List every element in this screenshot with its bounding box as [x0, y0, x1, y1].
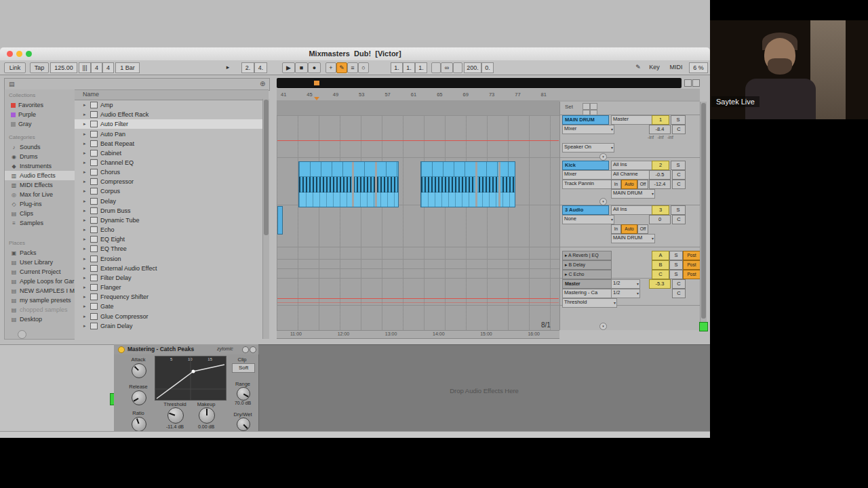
track2-monitor-in-button[interactable]: In [611, 180, 621, 189]
groove-amount-field[interactable]: ||| [79, 62, 91, 73]
device-list-item[interactable]: ▸ Frequency Shifter [75, 292, 269, 302]
track2-mixer-chooser[interactable]: Mixer [562, 170, 614, 180]
track2-panning-chooser[interactable]: Track Pannin [562, 180, 614, 189]
arrangement-scrollbar-thumb[interactable] [701, 103, 706, 319]
device-save-icon[interactable] [250, 346, 256, 353]
arrangement-overview[interactable] [277, 78, 682, 88]
release-knob[interactable] [132, 390, 146, 405]
sidebar-category-item[interactable]: ≡ Samples [5, 218, 75, 228]
automation-line[interactable] [277, 302, 559, 303]
time-signature-denominator[interactable]: 4 [102, 62, 114, 73]
expand-arrow-icon[interactable]: ▸ [83, 179, 87, 184]
browser-scrollbar-thumb[interactable] [264, 100, 269, 235]
time-ruler-bottom[interactable]: 11:0012:0013:0014:0015:0016:00 [277, 330, 559, 339]
expand-arrow-icon[interactable]: ▸ [83, 266, 87, 271]
device-list-item[interactable]: ▸ Glue Compressor [75, 311, 269, 321]
browser-options-icon[interactable]: ⊕ [260, 80, 265, 87]
arrangement-scrollbar[interactable] [700, 102, 707, 330]
expand-arrow-icon[interactable]: ▸ [83, 227, 87, 232]
device-list-item[interactable]: ▸ Flanger [75, 283, 269, 292]
device-list-item[interactable]: ▸ Grain Delay [75, 321, 269, 331]
sidebar-place-item[interactable]: ▤ chopped samples [5, 305, 75, 314]
master-cue-chooser[interactable]: 1/2 [611, 289, 640, 298]
device-hot-swap-icon[interactable] [242, 346, 249, 353]
expand-arrow-icon[interactable]: ▸ [83, 141, 87, 146]
track-header-3-audio[interactable]: 3 Audio [562, 205, 609, 215]
track-header-kick[interactable]: Kick [562, 161, 609, 170]
device-list-item[interactable]: ▸ Cabinet [75, 148, 269, 158]
device-list-item[interactable]: ▸ EQ Eight [75, 235, 269, 244]
audio-clip-group[interactable] [420, 161, 515, 207]
master-cue-pan-field[interactable]: C [672, 289, 686, 298]
clip-lane-top[interactable] [299, 162, 398, 177]
sidebar-category-item[interactable]: ▥ Audio Effects [5, 171, 75, 180]
threshold-knob[interactable] [167, 407, 184, 424]
device-on-button[interactable] [118, 346, 125, 353]
return-solo-button[interactable]: S [669, 260, 683, 270]
expand-arrow-icon[interactable]: ▸ [83, 237, 87, 242]
track2-output-routing[interactable]: MAIN DRUM [611, 189, 655, 199]
overview-playhead-marker[interactable] [314, 81, 319, 85]
minimize-window-button[interactable] [16, 51, 22, 57]
return-solo-button[interactable]: S [669, 270, 683, 279]
track1-volume-field[interactable]: -8.4 [649, 125, 671, 134]
device-list-item[interactable]: ▸ Beat Repeat [75, 139, 269, 148]
return-post-button[interactable]: Post [683, 270, 701, 279]
ratio-knob[interactable] [132, 417, 146, 432]
master-fold-button[interactable]: ▾ [599, 323, 607, 330]
midi-map-button[interactable]: MIDI [666, 62, 686, 72]
makeup-value[interactable]: 0.00 dB [191, 424, 221, 429]
browser-name-column-header[interactable]: Name [75, 90, 269, 100]
expand-arrow-icon[interactable]: ▸ [83, 199, 87, 204]
close-window-button[interactable] [7, 51, 13, 57]
device-list-item[interactable]: ▸ Corpus [75, 186, 269, 196]
return-post-button[interactable]: Post [683, 260, 701, 270]
expand-arrow-icon[interactable]: ▸ [83, 256, 87, 262]
track1-output-routing[interactable]: Master [611, 115, 655, 125]
device-list-item[interactable]: ▸ Compressor [75, 177, 269, 186]
collection-item[interactable]: Purple [5, 110, 75, 119]
track3-activator[interactable]: 3 [652, 205, 669, 215]
track3-monitor-in-button[interactable]: In [611, 224, 621, 234]
quantize-menu[interactable]: 1 Bar [115, 62, 140, 73]
sidebar-category-item[interactable]: ♪ Sounds [5, 142, 75, 152]
automation-line[interactable] [277, 298, 559, 299]
master-device-param-chooser[interactable]: Threshold [562, 298, 617, 308]
return-post-button[interactable]: Post [683, 251, 701, 260]
loop-start-sixteenths[interactable]: 1. [415, 62, 427, 73]
expand-arrow-icon[interactable]: ▸ [83, 169, 87, 175]
track2-activator[interactable]: 2 [652, 161, 669, 170]
automation-arm-button[interactable]: ≡ [347, 62, 358, 73]
track1-speaker-chooser[interactable]: Speaker On [562, 143, 614, 152]
loop-switch[interactable]: ∞ [441, 62, 453, 73]
sidebar-category-item[interactable]: ◎ Max for Live [5, 190, 75, 199]
re-enable-automation-button[interactable]: ○ [358, 62, 369, 73]
makeup-knob[interactable] [199, 407, 215, 424]
clip-lane-waveform[interactable] [299, 177, 398, 192]
track2-pan-field[interactable]: C [672, 170, 686, 180]
punch-out-button[interactable] [453, 62, 462, 73]
master-track-header[interactable]: Master [562, 279, 612, 289]
track2-gain-field[interactable]: -12.4 [649, 180, 671, 189]
track1-activator[interactable]: 1 [652, 115, 669, 125]
link-button[interactable]: Link [4, 62, 26, 73]
return-track-header[interactable]: ▸ B Delay [562, 260, 612, 270]
audio-clip-group[interactable] [298, 161, 399, 207]
track3-volume-field[interactable]: 0 [649, 215, 671, 224]
sidebar-category-item[interactable]: ◉ Drums [5, 152, 75, 161]
arrangement-position-beats[interactable]: 4. [254, 62, 267, 73]
track2-monitor-off-button[interactable]: Off [637, 180, 648, 189]
zoom-h-icon[interactable] [684, 79, 692, 87]
sidebar-category-item[interactable]: ◆ Instruments [5, 161, 75, 171]
expand-arrow-icon[interactable]: ▸ [83, 160, 87, 165]
expand-arrow-icon[interactable]: ▸ [83, 102, 87, 108]
track3-output-routing[interactable]: MAIN DRUM [611, 234, 655, 243]
key-map-button[interactable]: Key [646, 62, 663, 72]
return-activator[interactable]: A [652, 251, 669, 260]
track2-solo-button[interactable]: S [671, 161, 686, 170]
beat-time-ruler[interactable]: 4145495357616569737781 [277, 89, 700, 101]
sidebar-place-item[interactable]: ▤ Current Project [5, 267, 75, 277]
expand-arrow-icon[interactable]: ▸ [83, 304, 87, 309]
arrangement-position-bars[interactable]: 2. [241, 62, 254, 73]
return-solo-button[interactable]: S [669, 251, 683, 260]
